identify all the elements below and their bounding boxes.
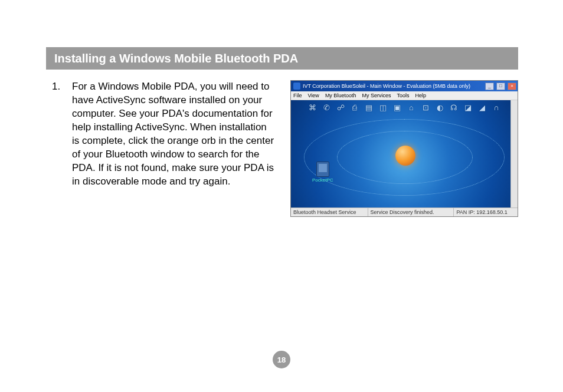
imaging-icon[interactable]: ◪	[463, 103, 473, 112]
pda-label: PocketPC	[312, 177, 333, 183]
titlebar: IVT Corporation BlueSoleil - Main Window…	[291, 81, 518, 91]
section-header: Installing a Windows Mobile Bluetooth PD…	[46, 47, 518, 70]
status-right: PAN IP: 192.168.50.1	[454, 208, 518, 216]
status-mid: Service Discovery finished.	[368, 208, 454, 216]
menu-help[interactable]: Help	[415, 93, 426, 98]
scrollbar[interactable]	[510, 100, 518, 207]
fax-icon[interactable]: ⌘	[307, 103, 317, 112]
menu-tools[interactable]: Tools	[397, 93, 409, 98]
menubar: File View My Bluetooth My Services Tools…	[291, 91, 518, 100]
statusbar: Bluetooth Headset Service Service Discov…	[291, 207, 518, 216]
ftp-icon[interactable]: ▣	[392, 103, 402, 112]
close-button[interactable]: ×	[508, 83, 516, 90]
step-1: 1. For a Windows Mobile PDA, you will ne…	[52, 80, 276, 189]
step-text: For a Windows Mobile PDA, you will need …	[72, 80, 276, 189]
pda-icon	[316, 162, 329, 177]
service-icon-row: ⌘ ✆ ☍ ⎙ ▤ ◫ ▣ ⌂ ⊡ ◐ ☊ ◪ ◢ ∩	[291, 103, 518, 112]
bluetooth-canvas: ⌘ ✆ ☍ ⎙ ▤ ◫ ▣ ⌂ ⊡ ◐ ☊ ◪ ◢ ∩ PocketPC	[291, 100, 518, 207]
print-icon[interactable]: ⎙	[349, 103, 360, 112]
app-icon	[293, 83, 300, 90]
audio-icon[interactable]: ◢	[477, 103, 487, 112]
hid-icon[interactable]: ◐	[434, 103, 445, 112]
serial-icon[interactable]: ⊡	[420, 103, 431, 112]
lan-icon[interactable]: ⌂	[406, 103, 417, 112]
page-number: 18	[277, 355, 286, 364]
app-screenshot: IVT Corporation BlueSoleil - Main Window…	[290, 80, 518, 217]
dun-icon[interactable]: ✆	[321, 103, 332, 112]
page-number-badge: 18	[273, 351, 290, 368]
maximize-button[interactable]: □	[496, 83, 505, 90]
sync-icon[interactable]: ☍	[335, 103, 346, 112]
headset-icon[interactable]: ∩	[491, 103, 502, 112]
status-left: Bluetooth Headset Service	[291, 208, 368, 216]
step-number: 1.	[52, 80, 72, 189]
pim-icon[interactable]: ▤	[364, 103, 374, 112]
menu-file[interactable]: File	[293, 93, 302, 98]
section-title: Installing a Windows Mobile Bluetooth PD…	[54, 52, 298, 65]
menu-my-bluetooth[interactable]: My Bluetooth	[325, 93, 356, 98]
center-orb[interactable]	[395, 146, 415, 166]
step-list: 1. For a Windows Mobile PDA, you will ne…	[52, 80, 276, 189]
av-icon[interactable]: ☊	[449, 103, 459, 112]
minimize-button[interactable]: _	[485, 83, 494, 90]
window-title: IVT Corporation BlueSoleil - Main Window…	[303, 83, 483, 89]
menu-view[interactable]: View	[308, 93, 319, 98]
oop-icon[interactable]: ◫	[378, 103, 388, 112]
menu-my-services[interactable]: My Services	[362, 93, 391, 98]
pda-device[interactable]: PocketPC	[312, 162, 333, 183]
